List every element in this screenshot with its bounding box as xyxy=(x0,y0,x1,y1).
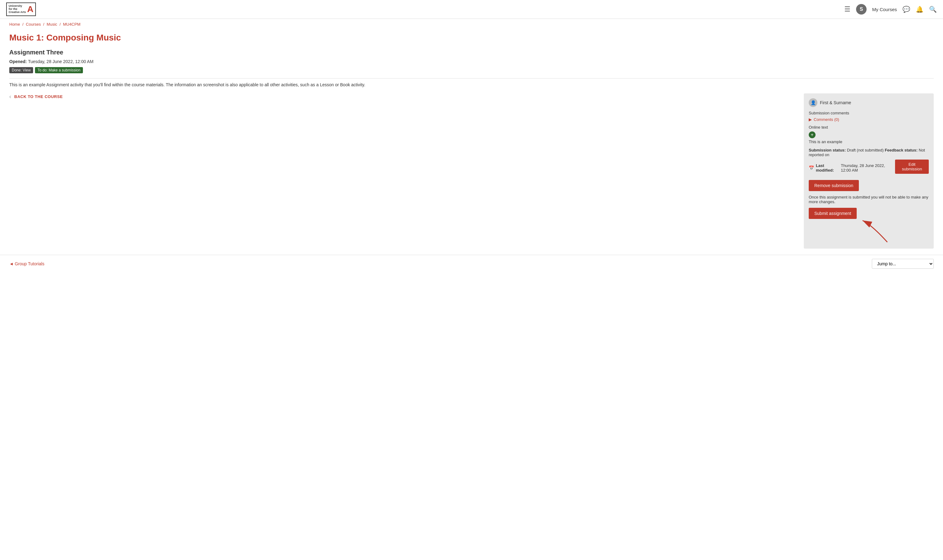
last-modified-value: Thursday, 28 June 2022, 12:00 AM xyxy=(841,163,894,172)
breadcrumb-sep-1: / xyxy=(22,22,25,26)
footer: ◄ Group Tutorials Jump to... xyxy=(0,255,943,272)
edit-submission-button[interactable]: Edit submission xyxy=(895,160,929,174)
logo-a-letter: A xyxy=(27,4,34,14)
submission-comments-label: Submission comments xyxy=(809,111,929,115)
header: Universityfor theCreative Arts A ☰ S My … xyxy=(0,0,943,19)
avatar[interactable]: S xyxy=(856,4,867,15)
calendar-icon: 📅 xyxy=(809,165,814,171)
logo[interactable]: Universityfor theCreative Arts A xyxy=(6,3,36,16)
arrow-annotation xyxy=(809,219,929,244)
back-to-course-link[interactable]: BACK TO THE COURSE xyxy=(14,94,63,99)
last-modified-row: 📅 Last modified: Thursday, 28 June 2022,… xyxy=(809,160,929,176)
breadcrumb-sep-2: / xyxy=(43,22,45,26)
search-icon[interactable]: 🔍 xyxy=(929,6,937,13)
online-text-label: Online text xyxy=(809,125,929,129)
user-avatar: 👤 xyxy=(809,98,817,107)
badge-todo: To do: Make a submission xyxy=(35,67,83,73)
back-arrow-icon: ‹ xyxy=(9,93,11,100)
comments-toggle[interactable]: ▶ Comments (0) xyxy=(809,117,929,122)
two-column-layout: ‹ BACK TO THE COURSE 👤 First & Surname S… xyxy=(9,93,934,249)
toggle-arrow-icon: ▶ xyxy=(809,117,812,122)
hamburger-icon[interactable]: ☰ xyxy=(844,5,851,13)
prev-link[interactable]: ◄ Group Tutorials xyxy=(9,261,44,266)
feedback-status-label: Feedback status: xyxy=(885,148,918,152)
breadcrumb-sep-3: / xyxy=(59,22,62,26)
breadcrumb-mu4cpm[interactable]: MU4CPM xyxy=(63,22,80,26)
university-name: Universityfor theCreative Arts xyxy=(9,5,26,14)
last-modified-label: Last modified: xyxy=(816,163,839,172)
header-right: ☰ S My Courses 💬 🔔 🔍 xyxy=(844,4,937,15)
main-content: Music 1: Composing Music Assignment Thre… xyxy=(0,30,943,255)
my-courses-link[interactable]: My Courses xyxy=(872,7,897,12)
description-text: This is an example Assignment activity t… xyxy=(9,82,934,87)
status-row: Submission status: Draft (not submitted)… xyxy=(809,148,929,157)
user-name: First & Surname xyxy=(820,100,851,105)
remove-submission-button[interactable]: Remove submission xyxy=(809,180,859,191)
chat-icon[interactable]: 💬 xyxy=(903,6,910,13)
jump-to-select[interactable]: Jump to... xyxy=(872,259,934,269)
warning-text: Once this assignment is submitted you wi… xyxy=(809,195,929,204)
badges: Done: View To do: Make a submission xyxy=(9,67,934,73)
divider xyxy=(9,78,934,78)
page-title: Music 1: Composing Music xyxy=(9,33,934,43)
breadcrumb: Home / Courses / Music / MU4CPM xyxy=(0,19,943,30)
user-row: 👤 First & Surname xyxy=(809,98,929,107)
comments-text: Comments (0) xyxy=(814,117,839,122)
badge-done: Done: View xyxy=(9,67,33,73)
submission-status-label: Submission status: xyxy=(809,148,846,152)
submission-status-value: Draft (not submitted) xyxy=(847,148,884,152)
breadcrumb-courses[interactable]: Courses xyxy=(26,22,41,26)
submission-panel: 👤 First & Surname Submission comments ▶ … xyxy=(804,93,934,249)
opened-label: Opened: xyxy=(9,59,27,64)
add-content-icon[interactable]: + xyxy=(809,131,815,138)
opened-line: Opened: Tuesday, 28 June 2022, 12:00 AM xyxy=(9,59,934,64)
bell-icon[interactable]: 🔔 xyxy=(916,6,923,13)
assignment-title: Assignment Three xyxy=(9,49,934,56)
submit-assignment-button[interactable]: Submit assignment xyxy=(809,208,857,219)
header-left: Universityfor theCreative Arts A xyxy=(6,3,36,16)
breadcrumb-home[interactable]: Home xyxy=(9,22,20,26)
example-text: This is an example xyxy=(809,140,929,144)
breadcrumb-music[interactable]: Music xyxy=(47,22,57,26)
left-column: ‹ BACK TO THE COURSE xyxy=(9,93,798,100)
opened-date: Tuesday, 28 June 2022, 12:00 AM xyxy=(28,59,94,64)
curved-arrow-svg xyxy=(844,219,894,244)
